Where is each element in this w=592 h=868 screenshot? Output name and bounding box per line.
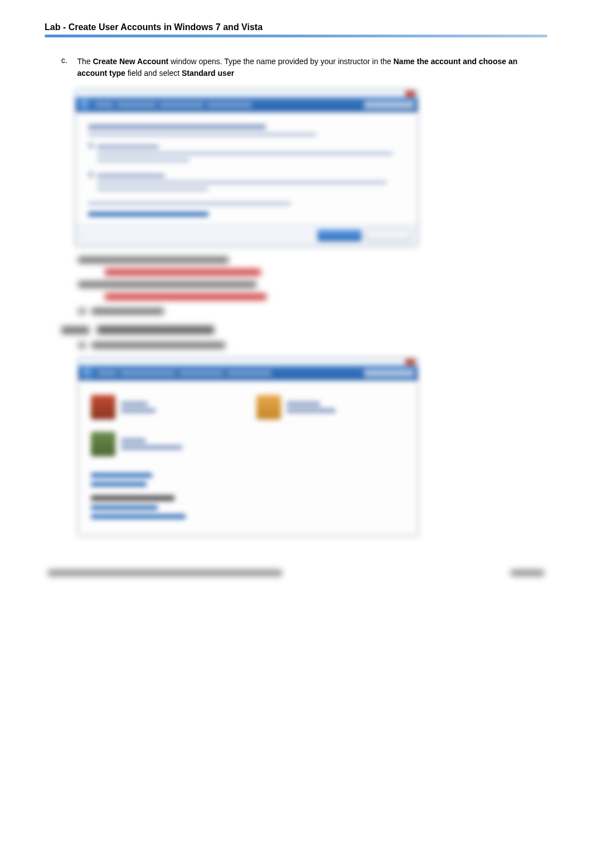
account-type xyxy=(121,408,156,413)
info-text xyxy=(88,202,291,205)
breadcrumb-segment xyxy=(227,370,271,376)
radio-icon xyxy=(88,143,94,148)
item-text: The Create New Account window opens. Typ… xyxy=(77,56,546,79)
section-heading xyxy=(91,495,174,501)
option-title xyxy=(97,145,159,148)
content-area: c. The Create New Account window opens. … xyxy=(45,56,547,536)
close-icon xyxy=(405,91,415,97)
header-underline xyxy=(45,35,547,37)
option-desc xyxy=(97,181,387,184)
account-tile xyxy=(91,395,240,419)
list-item xyxy=(78,342,547,349)
avatar xyxy=(91,395,115,419)
step-label xyxy=(61,326,89,334)
link-line xyxy=(91,514,186,519)
account-type xyxy=(287,408,336,413)
header-title: Lab - Create User Accounts in Windows 7 … xyxy=(45,22,263,32)
breadcrumb-segment xyxy=(117,102,156,108)
window-body xyxy=(76,112,418,224)
answer-line xyxy=(105,269,261,276)
radio-option xyxy=(88,171,405,194)
bold-segment: Standard user xyxy=(182,69,234,78)
accounts-grid xyxy=(79,380,418,466)
link-line xyxy=(91,505,158,510)
option-desc xyxy=(97,152,393,155)
cancel-button xyxy=(366,229,411,242)
bold-segment: Create New Account xyxy=(93,57,168,66)
page-number xyxy=(511,570,544,576)
account-name xyxy=(121,402,148,406)
item-letter xyxy=(78,342,86,349)
question-line xyxy=(78,281,256,288)
item-letter xyxy=(78,308,86,315)
radio-option xyxy=(88,142,405,165)
text-segment: field and select xyxy=(125,69,182,78)
window-navbar xyxy=(76,98,418,112)
account-name xyxy=(287,402,320,406)
breadcrumb-segment xyxy=(179,370,224,376)
option-title xyxy=(97,174,165,177)
account-type xyxy=(121,445,182,450)
screenshot-create-account xyxy=(75,89,418,247)
account-tile xyxy=(256,395,405,419)
avatar xyxy=(256,395,281,419)
link-line xyxy=(91,482,147,486)
close-icon xyxy=(405,359,415,365)
back-icon xyxy=(79,99,91,111)
account-tile xyxy=(91,432,240,456)
breadcrumb-segment xyxy=(159,102,204,108)
search-field xyxy=(364,369,414,377)
account-name xyxy=(121,438,145,443)
step-heading xyxy=(61,326,547,334)
window-titlebar xyxy=(76,90,418,98)
step-title xyxy=(97,326,214,334)
avatar xyxy=(91,432,115,456)
heading-line xyxy=(88,124,266,129)
bottom-links xyxy=(79,466,418,536)
item-text xyxy=(91,342,225,349)
item-text xyxy=(91,308,164,315)
create-account-button xyxy=(317,229,362,242)
page-header: Lab - Create User Accounts in Windows 7 … xyxy=(45,22,547,42)
screenshot-manage-accounts xyxy=(78,358,418,536)
text-segment: window opens. Type the name provided by … xyxy=(168,57,394,66)
page-footer xyxy=(45,570,547,576)
search-field xyxy=(364,101,414,109)
breadcrumb-segment xyxy=(95,102,114,108)
input-line xyxy=(88,133,317,136)
breadcrumb-segment xyxy=(120,370,176,376)
answer-line xyxy=(105,293,266,300)
option-desc xyxy=(97,187,208,191)
blurred-content xyxy=(61,257,547,349)
text-segment: The xyxy=(77,57,93,66)
window-navbar xyxy=(79,366,418,380)
option-desc xyxy=(97,158,190,162)
link-line xyxy=(91,473,152,478)
window-titlebar xyxy=(79,358,418,366)
list-item: c. The Create New Account window opens. … xyxy=(61,56,547,79)
back-icon xyxy=(82,367,94,379)
radio-icon xyxy=(88,172,94,177)
link-text xyxy=(88,212,208,216)
question-line xyxy=(78,257,229,263)
button-row xyxy=(76,224,418,246)
breadcrumb-segment xyxy=(98,370,117,376)
list-item xyxy=(78,308,547,315)
item-letter: c. xyxy=(61,56,75,65)
copyright-line xyxy=(48,570,282,576)
breadcrumb-segment xyxy=(207,102,252,108)
